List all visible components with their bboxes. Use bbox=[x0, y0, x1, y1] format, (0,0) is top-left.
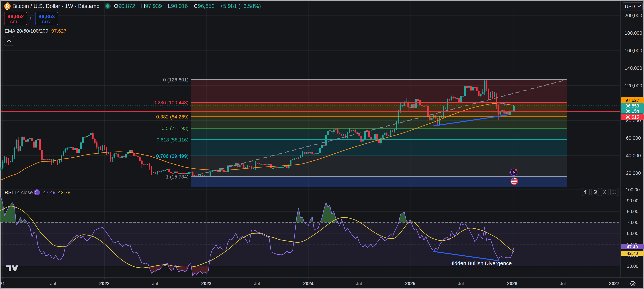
svg-text:120,000: 120,000 bbox=[624, 83, 642, 88]
svg-text:20,000: 20,000 bbox=[626, 170, 641, 176]
svg-text:0.618 (58,116): 0.618 (58,116) bbox=[156, 137, 188, 143]
svg-text:60.00: 60.00 bbox=[627, 231, 638, 236]
svg-text:47.49: 47.49 bbox=[627, 244, 638, 249]
svg-text:Jul: Jul bbox=[458, 281, 464, 286]
svg-text:USD: USD bbox=[625, 4, 635, 9]
svg-text:1 (15,784): 1 (15,784) bbox=[166, 174, 188, 180]
svg-text:2024: 2024 bbox=[303, 281, 314, 286]
svg-text:2025: 2025 bbox=[405, 281, 416, 286]
svg-text:200,000: 200,000 bbox=[624, 13, 642, 18]
svg-text:96,853: 96,853 bbox=[626, 103, 639, 108]
svg-text:42.78: 42.78 bbox=[627, 251, 638, 256]
svg-text:47.49: 47.49 bbox=[43, 190, 56, 195]
svg-text:30.00: 30.00 bbox=[627, 264, 638, 269]
svg-text:70.00: 70.00 bbox=[627, 220, 638, 225]
svg-text:3d 15h: 3d 15h bbox=[626, 109, 639, 113]
svg-text:Jul: Jul bbox=[560, 281, 566, 286]
svg-text:2027: 2027 bbox=[609, 281, 619, 286]
svg-text:Jul: Jul bbox=[356, 281, 362, 286]
svg-text:60,000: 60,000 bbox=[626, 135, 641, 141]
svg-text:BUY: BUY bbox=[42, 20, 51, 24]
svg-text:42.78: 42.78 bbox=[58, 190, 70, 195]
svg-text:160,000: 160,000 bbox=[624, 48, 642, 53]
svg-text:0.382 (84,269): 0.382 (84,269) bbox=[156, 114, 188, 120]
svg-text:2022: 2022 bbox=[99, 281, 110, 286]
svg-text:96,852: 96,852 bbox=[8, 13, 24, 19]
svg-text:Jul: Jul bbox=[50, 281, 56, 286]
svg-text:Bitcoin / U.S. Dollar · 1W · B: Bitcoin / U.S. Dollar · 1W · Bitstamp bbox=[12, 3, 100, 9]
svg-text:140,000: 140,000 bbox=[624, 65, 642, 71]
svg-text:96,853: 96,853 bbox=[38, 13, 55, 19]
svg-text:97,627: 97,627 bbox=[51, 28, 66, 34]
svg-text:Hidden Bullish Divergence: Hidden Bullish Divergence bbox=[449, 260, 512, 266]
svg-text:EMA 20/50/100/200: EMA 20/50/100/200 bbox=[4, 28, 48, 34]
svg-text:100.00: 100.00 bbox=[626, 187, 640, 192]
svg-text:97,627: 97,627 bbox=[626, 98, 639, 103]
svg-text:Jul: Jul bbox=[254, 281, 260, 286]
svg-text:2023: 2023 bbox=[201, 281, 212, 286]
svg-text:Jul: Jul bbox=[152, 281, 158, 286]
svg-text:SELL: SELL bbox=[10, 20, 21, 24]
svg-text:0.786 (39,499): 0.786 (39,499) bbox=[156, 153, 188, 159]
svg-text:RSI 14 close: RSI 14 close bbox=[4, 190, 33, 195]
svg-text:40,000: 40,000 bbox=[626, 153, 641, 158]
svg-text:0.5 (71,193): 0.5 (71,193) bbox=[162, 126, 188, 131]
svg-text:180,000: 180,000 bbox=[624, 30, 642, 36]
svg-text:2026: 2026 bbox=[507, 281, 518, 286]
svg-text:90.00: 90.00 bbox=[627, 198, 638, 203]
svg-text:1: 1 bbox=[30, 16, 32, 21]
svg-text:80.00: 80.00 bbox=[627, 209, 638, 214]
svg-text:21: 21 bbox=[0, 281, 5, 286]
svg-text:90,515: 90,515 bbox=[626, 115, 639, 120]
svg-text:0.236 (100,448): 0.236 (100,448) bbox=[154, 100, 188, 105]
svg-text:0 (126,601): 0 (126,601) bbox=[163, 77, 188, 82]
